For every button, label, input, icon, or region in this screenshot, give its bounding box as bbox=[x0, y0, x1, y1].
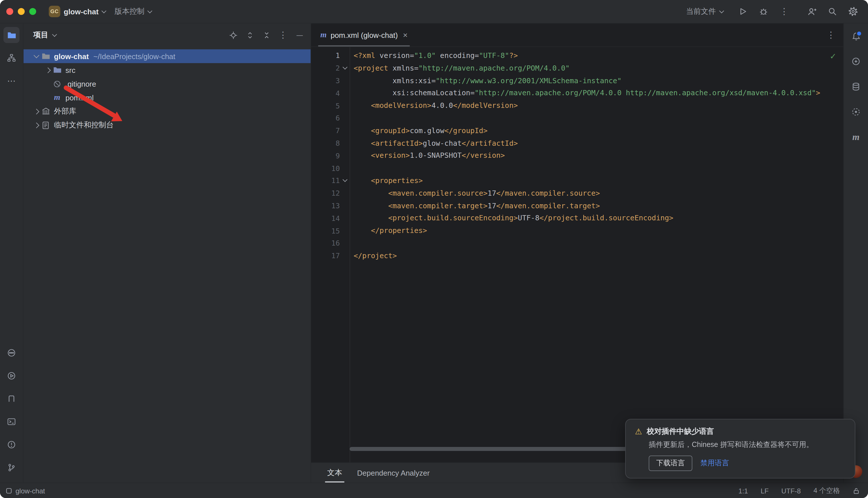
settings-button[interactable] bbox=[847, 6, 859, 17]
disable-languages-button[interactable]: 禁用语言 bbox=[700, 458, 729, 468]
close-tab-button[interactable]: × bbox=[403, 30, 407, 40]
status-project-name[interactable]: glow-chat bbox=[15, 487, 45, 495]
code-line[interactable] bbox=[354, 112, 843, 124]
run-config-label: 当前文件 bbox=[686, 6, 716, 17]
inspection-ok-icon[interactable]: ✓ bbox=[830, 52, 837, 61]
chevron-down-icon[interactable] bbox=[33, 52, 39, 58]
select-opened-file-button[interactable] bbox=[228, 30, 238, 40]
editor-code[interactable]: <?xml version="1.0" encoding="UTF-8"?><p… bbox=[350, 47, 843, 462]
workspace-icon bbox=[6, 488, 12, 494]
endpoints-button[interactable] bbox=[848, 104, 864, 120]
code-line[interactable]: <modelVersion>4.0.0</modelVersion> bbox=[354, 99, 843, 112]
macos-close-button[interactable] bbox=[6, 8, 13, 15]
ai-assistant-button[interactable] bbox=[848, 53, 864, 69]
chevron-right-icon[interactable] bbox=[45, 67, 51, 73]
project-widget[interactable]: GC glow-chat bbox=[44, 3, 110, 19]
project-tool-window-button[interactable] bbox=[3, 27, 20, 43]
code-line[interactable]: <maven.compiler.source>17</maven.compile… bbox=[354, 187, 843, 200]
macos-minimize-button[interactable] bbox=[18, 8, 25, 15]
code-editor[interactable]: 1234567891011121314151617 <?xml version=… bbox=[311, 47, 843, 462]
problems-tool-window-button[interactable] bbox=[3, 437, 20, 453]
tree-item-project-root[interactable]: glow-chat ~/IdeaProjects/glow-chat bbox=[24, 49, 311, 63]
titlebar: GC glow-chat 版本控制 当前文件 ⋮ bbox=[0, 0, 868, 24]
vcs-widget[interactable]: 版本控制 bbox=[110, 4, 156, 19]
services-tool-window-button[interactable] bbox=[3, 368, 20, 384]
project-tree: glow-chat ~/IdeaProjects/glow-chat src .… bbox=[24, 47, 311, 132]
tree-item-label: 临时文件和控制台 bbox=[54, 120, 114, 130]
maven-button[interactable]: m bbox=[848, 129, 864, 145]
run-button[interactable] bbox=[737, 6, 749, 17]
tree-item-path: ~/IdeaProjects/glow-chat bbox=[93, 52, 175, 61]
tree-item-label: pom.xml bbox=[65, 93, 93, 102]
tree-item-gitignore[interactable]: .gitignore bbox=[24, 77, 311, 91]
vcs-tool-window-button[interactable] bbox=[3, 460, 20, 476]
unlock-icon[interactable] bbox=[853, 487, 860, 495]
hide-panel-button[interactable]: — bbox=[295, 30, 305, 40]
search-everywhere-button[interactable] bbox=[827, 6, 838, 17]
line-separator[interactable]: LF bbox=[761, 487, 769, 495]
editor-area: m pom.xml (glow-chat) × ⋮ 12345678910111… bbox=[311, 24, 843, 483]
collapse-all-button[interactable] bbox=[261, 30, 272, 40]
build-tool-window-button[interactable] bbox=[3, 391, 20, 407]
indent-style[interactable]: 4 个空格 bbox=[814, 486, 840, 496]
structure-tool-window-button[interactable] bbox=[3, 50, 20, 66]
code-line[interactable]: <version>1.0-SNAPSHOT</version> bbox=[354, 149, 843, 162]
code-line[interactable]: <groupId>com.glow</groupId> bbox=[354, 124, 843, 137]
file-encoding[interactable]: UTF-8 bbox=[781, 487, 801, 495]
collapse-all-icon bbox=[262, 31, 271, 39]
user-plus-icon bbox=[807, 6, 817, 16]
tool-window-circle-dots-button[interactable] bbox=[3, 345, 20, 361]
horizontal-scrollbar[interactable] bbox=[350, 447, 627, 451]
tab-text[interactable]: 文本 bbox=[327, 463, 342, 483]
chevron-right-icon[interactable] bbox=[33, 122, 39, 128]
folder-icon bbox=[52, 65, 62, 75]
chevron-down-icon[interactable] bbox=[52, 32, 57, 37]
search-icon bbox=[828, 7, 837, 16]
tab-list-button[interactable]: ⋮ bbox=[827, 31, 843, 39]
database-button[interactable] bbox=[848, 79, 864, 95]
tree-item-external-libraries[interactable]: 外部库 bbox=[24, 104, 311, 118]
code-line[interactable]: <project.build.sourceEncoding>UTF-8</pro… bbox=[354, 212, 843, 225]
panel-options-button[interactable]: ⋮ bbox=[278, 30, 288, 40]
code-line[interactable]: <?xml version="1.0" encoding="UTF-8"?> bbox=[354, 49, 843, 62]
tree-item-src[interactable]: src bbox=[24, 63, 311, 77]
notifications-button[interactable] bbox=[848, 28, 864, 44]
more-tool-windows-button[interactable]: ⋯ bbox=[3, 73, 20, 89]
editor-tab-pom-xml[interactable]: m pom.xml (glow-chat) × bbox=[314, 24, 413, 46]
code-line[interactable]: <maven.compiler.target>17</maven.compile… bbox=[354, 199, 843, 212]
chevron-down-icon bbox=[101, 8, 106, 13]
code-line[interactable]: </properties> bbox=[354, 224, 843, 237]
run-configuration-selector[interactable]: 当前文件 bbox=[682, 4, 728, 19]
code-line[interactable]: <properties> bbox=[354, 174, 843, 187]
locate-icon bbox=[229, 31, 237, 39]
cursor-position[interactable]: 1:1 bbox=[739, 487, 748, 495]
debug-button[interactable] bbox=[758, 6, 769, 17]
code-line[interactable] bbox=[354, 237, 843, 250]
ide-window: GC glow-chat 版本控制 当前文件 ⋮ bbox=[0, 0, 868, 498]
ai-assistant-icon bbox=[851, 57, 860, 66]
terminal-icon bbox=[7, 417, 16, 426]
tree-item-scratches[interactable]: 临时文件和控制台 bbox=[24, 118, 311, 132]
terminal-tool-window-button[interactable] bbox=[3, 414, 20, 430]
expand-all-button[interactable] bbox=[245, 30, 255, 40]
code-line[interactable]: </project> bbox=[354, 250, 843, 262]
tree-item-label: 外部库 bbox=[54, 106, 76, 117]
code-line[interactable]: xmlns:xsi="http://www.w3.org/2001/XMLSch… bbox=[354, 74, 843, 87]
tree-item-pom-xml[interactable]: m pom.xml bbox=[24, 91, 311, 104]
tree-item-label: .gitignore bbox=[65, 79, 96, 88]
code-line[interactable]: <project xmlns="http://maven.apache.org/… bbox=[354, 62, 843, 75]
chevron-down-icon bbox=[719, 8, 724, 13]
code-line[interactable]: <artifactId>glow-chat</artifactId> bbox=[354, 137, 843, 149]
macos-zoom-button[interactable] bbox=[29, 8, 36, 15]
notification-badge bbox=[856, 30, 862, 37]
tab-dependency-analyzer[interactable]: Dependency Analyzer bbox=[357, 463, 430, 483]
exclamation-circle-icon bbox=[7, 440, 16, 449]
download-languages-button[interactable]: 下载语言 bbox=[649, 456, 692, 471]
code-line[interactable]: xsi:schemaLocation="http://maven.apache.… bbox=[354, 87, 843, 100]
bug-icon bbox=[759, 7, 768, 16]
code-line[interactable] bbox=[354, 162, 843, 174]
more-actions-button[interactable]: ⋮ bbox=[778, 6, 790, 17]
editor-tab-bar: m pom.xml (glow-chat) × ⋮ bbox=[311, 24, 843, 47]
chevron-right-icon[interactable] bbox=[33, 108, 39, 114]
code-with-me-button[interactable] bbox=[806, 6, 817, 17]
